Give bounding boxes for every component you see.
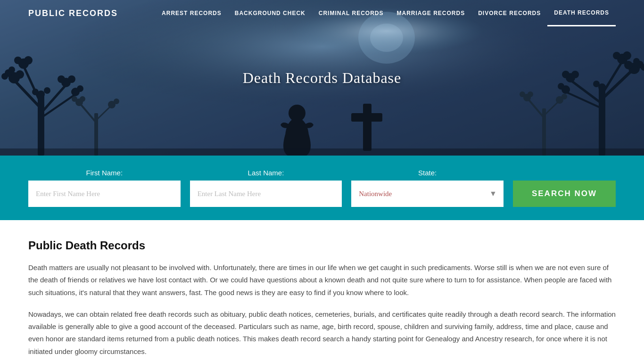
last-name-label: Last Name: (190, 169, 342, 177)
content-paragraph-2: Nowadays, we can obtain related free dea… (28, 308, 616, 358)
svg-point-54 (80, 96, 85, 102)
svg-point-53 (72, 96, 77, 102)
svg-point-18 (68, 75, 75, 83)
search-now-button[interactable]: SEARCH NOW (513, 181, 616, 207)
svg-point-11 (16, 70, 24, 79)
search-section: First Name: Last Name: State: Nationwide… (0, 156, 644, 220)
svg-point-15 (14, 57, 22, 64)
nav-criminal-records[interactable]: CRIMINAL RECORDS (312, 0, 390, 26)
state-label: State: (351, 169, 504, 177)
state-select[interactable]: Nationwide AlabamaAlaskaArizonaArkansas … (351, 181, 504, 207)
first-name-label: First Name: (28, 169, 181, 177)
svg-point-61 (520, 91, 525, 97)
svg-rect-48 (351, 113, 382, 122)
svg-point-37 (623, 51, 631, 60)
content-section: Public Death Records Death matters are u… (0, 220, 644, 362)
first-name-input[interactable] (28, 181, 181, 207)
svg-point-46 (289, 105, 305, 122)
svg-point-23 (32, 89, 39, 95)
svg-point-39 (562, 71, 570, 78)
svg-point-13 (1, 73, 8, 80)
nav-divorce-records[interactable]: DIVORCE RECORDS (471, 0, 547, 26)
site-logo[interactable]: PUBLIC RECORDS (28, 8, 118, 18)
svg-rect-65 (0, 148, 644, 156)
svg-point-40 (571, 71, 579, 78)
svg-point-36 (613, 52, 620, 59)
nav-arrest-records[interactable]: ARREST RECORDS (155, 0, 228, 26)
nav-background-check[interactable]: BACKGROUND CHECK (228, 0, 312, 26)
svg-point-62 (528, 91, 533, 97)
content-paragraph-1: Death matters are usually not pleasant t… (28, 262, 616, 299)
svg-point-3 (370, 24, 403, 52)
site-header: PUBLIC RECORDS ARREST RECORDS BACKGROUND… (0, 0, 644, 26)
main-nav: ARREST RECORDS BACKGROUND CHECK CRIMINAL… (155, 0, 616, 26)
last-name-field: Last Name: (190, 169, 342, 207)
hero-title: Death Records Database (243, 69, 402, 87)
svg-point-21 (77, 85, 83, 92)
nav-marriage-records[interactable]: MARRIAGE RECORDS (390, 0, 472, 26)
state-select-wrapper: Nationwide AlabamaAlaskaArizonaArkansas … (351, 181, 504, 207)
svg-rect-47 (363, 104, 372, 151)
first-name-field: First Name: (28, 169, 181, 207)
svg-point-19 (58, 75, 65, 83)
svg-point-16 (24, 56, 33, 65)
svg-point-44 (593, 81, 600, 87)
svg-point-24 (44, 87, 50, 94)
state-field: State: Nationwide AlabamaAlaskaArizonaAr… (351, 169, 504, 207)
last-name-input[interactable] (190, 181, 342, 207)
section-title: Public Death Records (28, 239, 616, 252)
svg-point-12 (8, 66, 15, 73)
nav-death-records[interactable]: DEATH RECORDS (547, 0, 616, 26)
svg-point-33 (633, 58, 640, 65)
svg-point-56 (114, 99, 119, 104)
svg-point-64 (561, 94, 567, 99)
svg-point-42 (558, 83, 564, 90)
